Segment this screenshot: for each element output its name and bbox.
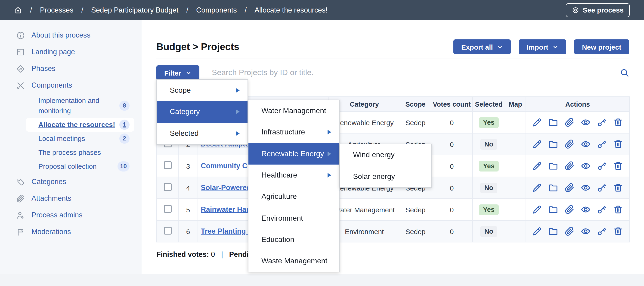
row-checkbox[interactable] bbox=[164, 205, 172, 213]
folder-icon[interactable] bbox=[548, 183, 558, 193]
delete-icon[interactable] bbox=[613, 117, 623, 127]
edit-icon[interactable] bbox=[532, 226, 542, 236]
sidebar-item-components[interactable]: Components bbox=[0, 77, 142, 94]
import-button[interactable]: Import bbox=[519, 39, 566, 54]
col-header-map: Map bbox=[505, 97, 526, 111]
preview-icon[interactable] bbox=[580, 204, 591, 215]
permissions-icon[interactable] bbox=[597, 161, 607, 171]
sidebar-subitem-allocate-resources[interactable]: Allocate the resources! 1 bbox=[26, 118, 134, 132]
menu-item-healthcare[interactable]: Healthcare bbox=[248, 165, 339, 186]
menu-item-infrastructure[interactable]: Infrastructure bbox=[248, 122, 339, 143]
sidebar-item-moderations[interactable]: Moderations bbox=[0, 223, 142, 240]
attachments-icon[interactable] bbox=[564, 183, 574, 193]
delete-icon[interactable] bbox=[613, 204, 623, 215]
edit-icon[interactable] bbox=[532, 117, 542, 127]
menu-item-label: Healthcare bbox=[262, 171, 328, 179]
permissions-icon[interactable] bbox=[597, 183, 607, 193]
permissions-icon[interactable] bbox=[597, 204, 607, 215]
cell-votes: 0 bbox=[431, 111, 472, 133]
cell-votes: 0 bbox=[431, 220, 472, 242]
menu-item-agriculture[interactable]: Agriculture bbox=[248, 186, 339, 207]
filter-button[interactable]: Filter bbox=[156, 65, 199, 80]
cell-selected: No bbox=[472, 177, 505, 199]
menu-item-scope[interactable]: Scope bbox=[157, 80, 248, 101]
selected-badge: No bbox=[480, 139, 498, 150]
sidebar-item-landing-page[interactable]: Landing page bbox=[0, 44, 142, 60]
search-input[interactable] bbox=[211, 68, 614, 78]
phases-icon bbox=[16, 64, 25, 73]
folder-icon[interactable] bbox=[548, 117, 558, 127]
renewable-energy-submenu: Wind energy Solar energy bbox=[340, 144, 432, 188]
sidebar-subitem-local-meetings[interactable]: Local meetings 2 bbox=[26, 132, 134, 146]
attachments-icon[interactable] bbox=[564, 226, 574, 236]
permissions-icon[interactable] bbox=[597, 139, 607, 149]
menu-item-education[interactable]: Education bbox=[248, 229, 339, 250]
count-badge: 2 bbox=[119, 133, 130, 144]
row-checkbox[interactable] bbox=[164, 183, 172, 191]
menu-item-renewable-energy[interactable]: Renewable Energy bbox=[248, 143, 339, 165]
breadcrumb-current-component[interactable]: Allocate the resources! bbox=[254, 6, 327, 14]
folder-icon[interactable] bbox=[548, 161, 558, 171]
sidebar-item-about[interactable]: About this process bbox=[0, 27, 142, 44]
breadcrumb-processes[interactable]: Processes bbox=[40, 6, 74, 14]
project-link[interactable]: Tree Planting fo bbox=[201, 227, 255, 235]
preview-icon[interactable] bbox=[580, 226, 591, 236]
attachments-icon[interactable] bbox=[564, 117, 574, 127]
menu-item-water-management[interactable]: Water Management bbox=[248, 100, 339, 122]
edit-icon[interactable] bbox=[532, 204, 542, 215]
preview-icon[interactable] bbox=[580, 117, 591, 127]
delete-icon[interactable] bbox=[613, 226, 623, 236]
row-checkbox[interactable] bbox=[164, 227, 172, 235]
folder-icon[interactable] bbox=[548, 226, 558, 236]
delete-icon[interactable] bbox=[613, 139, 623, 149]
sidebar-item-attachments[interactable]: Attachments bbox=[0, 190, 142, 207]
tag-icon bbox=[16, 177, 25, 186]
attachments-icon[interactable] bbox=[564, 161, 574, 171]
table-row: 6 Tree Planting fo Environment Sedep 0 N… bbox=[156, 220, 630, 242]
project-link[interactable]: Rainwater Harv bbox=[201, 205, 253, 213]
preview-icon[interactable] bbox=[580, 139, 591, 149]
sidebar-item-categories[interactable]: Categories bbox=[0, 173, 142, 190]
home-icon[interactable] bbox=[14, 6, 22, 14]
sidebar-subitem-proposal-collection[interactable]: Proposal collection 10 bbox=[26, 160, 134, 173]
folder-icon[interactable] bbox=[548, 204, 558, 215]
menu-item-label: Renewable Energy bbox=[262, 150, 328, 158]
breadcrumb-separator: / bbox=[245, 6, 247, 14]
menu-item-environment[interactable]: Environment bbox=[248, 207, 339, 229]
preview-icon[interactable] bbox=[580, 161, 591, 171]
cell-checkbox bbox=[156, 199, 178, 220]
sidebar-subitem-implementation[interactable]: Implementation and monitoring 8 bbox=[26, 94, 134, 118]
sidebar-subitem-process-phases[interactable]: The process phases bbox=[26, 146, 134, 160]
menu-item-category[interactable]: Category bbox=[157, 101, 248, 123]
sidebar-item-phases[interactable]: Phases bbox=[0, 60, 142, 77]
sidebar-item-label: Components bbox=[32, 81, 72, 90]
new-project-button[interactable]: New project bbox=[574, 39, 629, 54]
cell-checkbox bbox=[156, 177, 178, 199]
sidebar-item-process-admins[interactable]: Process admins bbox=[0, 207, 142, 223]
header-divider bbox=[156, 58, 629, 58]
row-checkbox[interactable] bbox=[164, 161, 172, 169]
see-process-button[interactable]: See process bbox=[566, 3, 630, 17]
search-icon[interactable] bbox=[620, 68, 629, 77]
permissions-icon[interactable] bbox=[597, 226, 607, 236]
permissions-icon[interactable] bbox=[597, 117, 607, 127]
menu-item-selected[interactable]: Selected bbox=[157, 123, 248, 144]
edit-icon[interactable] bbox=[532, 183, 542, 193]
delete-icon[interactable] bbox=[613, 161, 623, 171]
export-all-button[interactable]: Export all bbox=[454, 39, 511, 54]
folder-icon[interactable] bbox=[548, 139, 558, 149]
edit-icon[interactable] bbox=[532, 161, 542, 171]
breadcrumb-components[interactable]: Components bbox=[196, 6, 237, 14]
attachments-icon[interactable] bbox=[564, 139, 574, 149]
delete-icon[interactable] bbox=[613, 183, 623, 193]
menu-item-waste-management[interactable]: Waste Management bbox=[248, 250, 339, 272]
menu-item-solar-energy[interactable]: Solar energy bbox=[340, 166, 431, 187]
menu-item-wind-energy[interactable]: Wind energy bbox=[340, 144, 431, 166]
breadcrumb-process-name[interactable]: Sedep Participatory Budget bbox=[91, 6, 178, 14]
preview-icon[interactable] bbox=[580, 183, 591, 193]
cell-scope: Sedep bbox=[400, 111, 431, 133]
cell-votes: 0 bbox=[431, 177, 472, 199]
edit-icon[interactable] bbox=[532, 139, 542, 149]
submenu-arrow-icon bbox=[328, 173, 331, 178]
attachments-icon[interactable] bbox=[564, 204, 574, 215]
